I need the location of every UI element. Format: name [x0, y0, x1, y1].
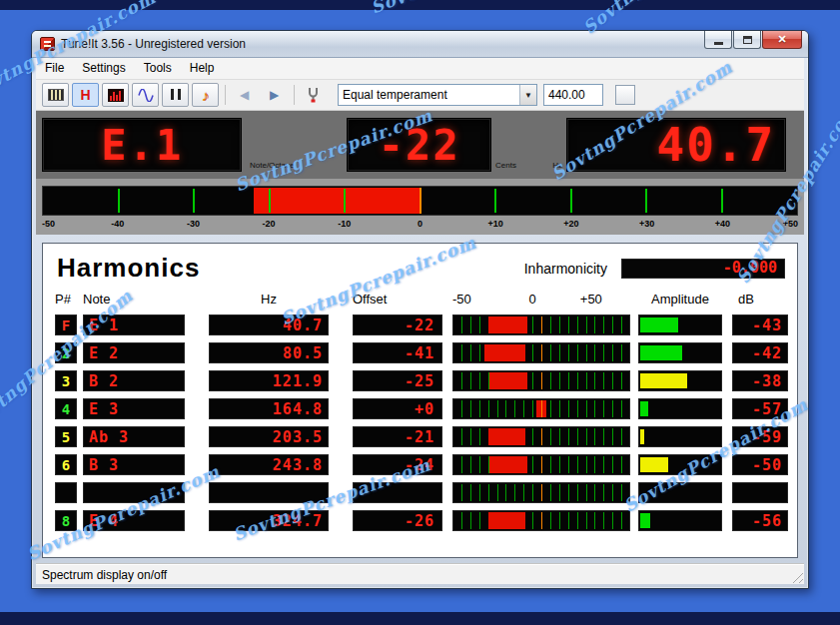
- meter-tick: [570, 189, 572, 213]
- window-title: Tune!It 3.56 - Unregistered version: [61, 37, 246, 51]
- note-button[interactable]: ♪: [192, 83, 219, 107]
- db-value: -43: [752, 316, 782, 334]
- db-cell: [732, 482, 788, 503]
- harmonic-row: 2 E 2 80.5 -41 -42: [55, 342, 797, 363]
- row-meter-zero: [541, 456, 542, 473]
- prev-note-button[interactable]: ◀: [231, 83, 258, 107]
- header-meter-right: +50: [580, 292, 602, 307]
- row-meter-zero: [541, 372, 542, 389]
- partial-number: 4: [62, 401, 70, 417]
- row-meter: [452, 510, 630, 531]
- db-value: -56: [752, 512, 782, 530]
- close-button[interactable]: ✕: [762, 31, 802, 49]
- row-meter-zero: [541, 344, 542, 361]
- inharmonicity-label: Inharmonicity: [524, 261, 607, 277]
- row-meter-zero: [541, 484, 542, 501]
- tuning-fork-button[interactable]: [300, 83, 327, 107]
- pitch-input[interactable]: [543, 84, 603, 106]
- offset-cell: +0: [353, 398, 442, 419]
- harmonic-row: 6 B 3 243.8 -24 -50: [55, 454, 797, 475]
- spectrum-view-button[interactable]: [102, 83, 129, 107]
- menu-help[interactable]: Help: [181, 58, 224, 79]
- row-meter: [452, 342, 630, 363]
- offset-value: -22: [405, 316, 434, 334]
- toolbar-separator: [294, 85, 295, 105]
- waveform-view-button[interactable]: [132, 83, 159, 107]
- next-arrow-icon: ▶: [270, 89, 279, 101]
- harmonic-row: 4 E 3 164.8 +0 -57: [55, 398, 797, 419]
- harmonics-title: Harmonics: [57, 253, 524, 284]
- maximize-button[interactable]: [733, 31, 761, 49]
- db-cell: -38: [732, 370, 788, 391]
- menu-settings[interactable]: Settings: [73, 58, 134, 79]
- partial-number-cell: 6: [55, 454, 77, 475]
- note-value: E.1: [101, 121, 183, 170]
- meter-scale-label: -40: [111, 219, 124, 229]
- caption-buttons: ✕: [704, 31, 808, 49]
- db-value: -42: [752, 344, 782, 362]
- menu-file[interactable]: File: [36, 58, 73, 79]
- hz-display: 40.7: [566, 118, 786, 172]
- db-cell: -57: [732, 398, 788, 419]
- partial-number: 2: [62, 345, 70, 361]
- amplitude-bar: [640, 317, 678, 332]
- harmonics-header: Harmonics Inharmonicity -0.000: [43, 244, 797, 288]
- row-meter-zero: [541, 400, 542, 417]
- frequency-value: 243.8: [273, 456, 323, 474]
- frequency-value: 121.9: [273, 372, 323, 390]
- amplitude-cell: [638, 314, 722, 335]
- pause-button[interactable]: [162, 83, 189, 107]
- minimize-button[interactable]: [704, 31, 732, 49]
- chevron-down-icon: ▼: [524, 91, 532, 100]
- offset-cell: -22: [353, 314, 442, 335]
- offset-value: +0: [415, 400, 434, 418]
- meter-scale: -50-40-30-20-100+10+20+30+40+50: [42, 218, 798, 234]
- row-meter-red: [489, 456, 526, 473]
- waveform-icon: [138, 89, 154, 102]
- db-value: -59: [752, 428, 782, 446]
- tuning-fork-icon: [307, 87, 320, 103]
- row-meter: [452, 370, 630, 391]
- note-value: E 3: [89, 400, 119, 418]
- row-meter-red: [489, 372, 526, 389]
- meter-tick: [193, 189, 195, 213]
- strobe-view-button[interactable]: [42, 83, 69, 107]
- aux-box[interactable]: [615, 85, 635, 105]
- offset-cell: -41: [353, 342, 442, 363]
- offset-cell: -25: [353, 370, 442, 391]
- next-note-button[interactable]: ▶: [261, 83, 288, 107]
- music-note-icon: ♪: [202, 87, 210, 104]
- temperament-select[interactable]: Equal temperament ▼: [338, 84, 537, 106]
- partial-number-cell: [55, 482, 77, 503]
- amplitude-bar: [640, 373, 687, 388]
- amplitude-cell: [638, 370, 722, 391]
- note-cell: E 2: [83, 342, 185, 363]
- cents-display: -22: [347, 118, 491, 172]
- note-value: E 2: [89, 344, 119, 362]
- meter-tick: [721, 189, 723, 213]
- header-pnum: P#: [55, 292, 77, 307]
- frequency-value: 80.5: [283, 344, 323, 362]
- cents-label: Cents: [495, 161, 516, 170]
- amplitude-cell: [638, 398, 722, 419]
- meter-scale-label: +40: [715, 219, 730, 229]
- harmonic-row: F E 1 40.7 -22 -43: [55, 314, 797, 335]
- partial-number-cell: 3: [55, 370, 77, 391]
- db-value: -50: [752, 456, 782, 474]
- harmonic-row: 8 E 4 324.7 -26 -56: [55, 510, 797, 531]
- menu-tools[interactable]: Tools: [135, 58, 181, 79]
- harmonics-view-button[interactable]: H: [72, 83, 99, 107]
- title-bar[interactable]: Tune!It 3.56 - Unregistered version ✕: [32, 31, 808, 58]
- meter-zero-line: [420, 188, 421, 214]
- amplitude-bar: [640, 345, 682, 360]
- meter-tick: [645, 189, 647, 213]
- hz-label: Hz: [552, 161, 562, 170]
- db-cell: -43: [732, 314, 788, 335]
- header-offset: Offset: [353, 292, 442, 307]
- strobe-icon: [48, 89, 64, 101]
- row-meter-zero: [541, 316, 542, 333]
- combo-dropdown-button[interactable]: ▼: [519, 85, 536, 105]
- note-value: Ab 3: [89, 428, 129, 446]
- resize-grip[interactable]: [790, 570, 803, 583]
- partial-number-cell: F: [55, 314, 77, 335]
